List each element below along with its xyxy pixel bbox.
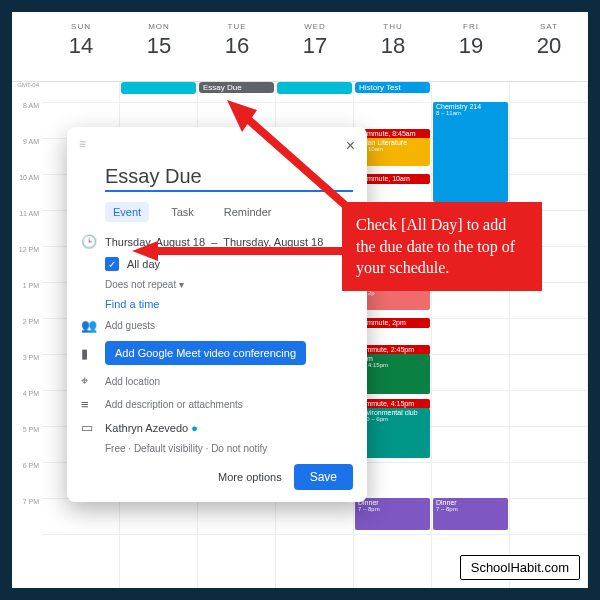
event-title-input[interactable] [105,163,353,192]
close-icon[interactable]: × [346,137,355,155]
day-fri[interactable]: FRI19 [432,12,510,81]
day-tue[interactable]: TUE16 [198,12,276,81]
find-a-time-link[interactable]: Find a time [105,298,159,310]
event-create-dialog: ≡ × Event Task Reminder 🕒 Thursday, Augu… [67,127,367,502]
calendar-event[interactable]: Chemistry 2148 – 11am [433,102,508,202]
allday-label: All day [127,258,160,270]
visibility-status: Free · Default visibility · Do not notif… [105,443,267,454]
event-type-tabs: Event Task Reminder [67,196,367,230]
location-icon: ⌖ [81,373,105,389]
repeat-dropdown[interactable]: Does not repeat ▾ [105,279,184,290]
day-mon[interactable]: MON15 [120,12,198,81]
drag-handle-icon[interactable]: ≡ [79,137,86,155]
save-button[interactable]: Save [294,464,353,490]
add-meet-button[interactable]: Add Google Meet video conferencing [105,341,306,365]
allday-checkbox[interactable]: ✓ [105,257,119,271]
day-sat[interactable]: SAT20 [510,12,588,81]
tab-task[interactable]: Task [163,202,202,222]
calendar-icon: ▭ [81,420,105,435]
tab-reminder[interactable]: Reminder [216,202,280,222]
more-options-button[interactable]: More options [218,471,282,483]
allday-essay-due[interactable]: Essay Due [199,82,274,93]
add-guests-input[interactable]: Add guests [105,320,155,331]
watermark: SchoolHabit.com [460,555,580,580]
allday-row: Essay Due History Test [42,82,588,102]
day-thu[interactable]: THU18 [354,12,432,81]
meet-icon: ▮ [81,346,105,361]
time-gutter: GMT-04 8 AM9 AM10 AM11 AM12 PM1 PM2 PM3 … [12,82,42,534]
people-icon: 👥 [81,318,105,333]
add-description-input[interactable]: Add description or attachments [105,399,243,410]
calendar-owner: Kathryn Azevedo ● [105,422,198,434]
week-header: SUN14 MON15 TUE16 WED17 THU18 FRI19 SAT2… [12,12,588,82]
annotation-callout: Check [All Day] to add the due date to t… [342,202,542,291]
day-wed[interactable]: WED17 [276,12,354,81]
allday-bar [277,82,352,94]
day-sun[interactable]: SUN14 [42,12,120,81]
calendar-event[interactable]: Dinner7 – 8pm [433,498,508,530]
date-range[interactable]: Thursday, August 18 – Thursday, August 1… [105,236,323,248]
allday-history-test[interactable]: History Test [355,82,430,93]
clock-icon: 🕒 [81,234,105,249]
allday-bar [121,82,196,94]
calendar-event[interactable]: Dinner7 – 8pm [355,498,430,530]
description-icon: ≡ [81,397,105,412]
add-location-input[interactable]: Add location [105,376,160,387]
tab-event[interactable]: Event [105,202,149,222]
